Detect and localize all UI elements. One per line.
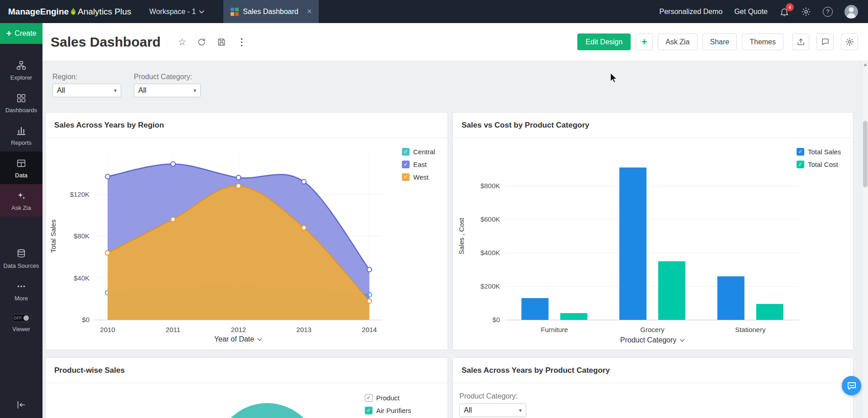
checkbox-checked-icon: ✓ <box>402 161 410 168</box>
gear-icon <box>801 7 811 17</box>
vertical-scrollbar[interactable] <box>862 61 868 418</box>
svg-text:Grocery: Grocery <box>640 326 665 333</box>
legend-item-east[interactable]: ✓ East <box>402 161 435 168</box>
legend-item-total-cost[interactable]: ✓ Total Cost <box>797 161 841 168</box>
card-title: Sales Across Years by Region <box>46 113 448 138</box>
sidebar-label: Data <box>15 172 27 179</box>
sidebar-item-dashboards[interactable]: Dashboards <box>0 86 42 119</box>
toggle-knob-icon <box>24 315 29 321</box>
topbar-right: Personalized Demo Get Quote 4 ? <box>660 5 868 19</box>
sidebar-item-reports[interactable]: Reports <box>0 119 42 152</box>
plus-icon: + <box>6 28 12 39</box>
sidebar-item-explorer[interactable]: Explorer <box>0 54 42 86</box>
notification-badge: 4 <box>786 3 794 11</box>
favorite-star-icon[interactable]: ☆ <box>178 37 186 48</box>
tab-sales-dashboard[interactable]: Sales Dashboard × <box>223 0 319 23</box>
dashboard-settings-button[interactable] <box>841 33 858 50</box>
title-toolbar: ☆ ⋮ <box>178 37 246 48</box>
header-icon-buttons <box>792 33 858 50</box>
legend-label: Central <box>413 148 435 156</box>
scrollbar-thumb[interactable] <box>863 121 868 187</box>
scroll-up-arrow-icon[interactable] <box>863 63 867 66</box>
legend-label: Air Purifiers <box>376 407 411 414</box>
legend-item-air-purifiers[interactable]: ✓ Air Purifiers <box>365 407 411 414</box>
zia-sparkle-icon <box>16 191 26 201</box>
add-widget-button[interactable]: + <box>636 33 653 50</box>
comments-button[interactable] <box>816 33 834 50</box>
svg-text:$800K: $800K <box>481 182 500 190</box>
checkbox-checked-icon: ✓ <box>402 148 410 156</box>
chart-legend: ✓ Total Sales ✓ Total Cost <box>797 148 841 168</box>
svg-text:2013: 2013 <box>297 326 311 333</box>
main-area: Sales Dashboard ☆ ⋮ Edit Design + Ask Zi… <box>42 23 868 418</box>
edit-design-button[interactable]: Edit Design <box>577 33 631 50</box>
share-button[interactable]: Share <box>703 33 737 50</box>
svg-text:Total Sales: Total Sales <box>49 219 57 252</box>
ask-zia-button[interactable]: Ask Zia <box>658 33 697 50</box>
question-icon: ? <box>826 8 829 15</box>
user-avatar[interactable] <box>844 5 858 19</box>
kebab-menu-icon[interactable]: ⋮ <box>237 37 246 48</box>
dashboard-grid-icon <box>231 8 239 16</box>
toggle-off-label: OFF <box>14 316 22 320</box>
x-axis-dropdown-product-category[interactable]: Product Category <box>620 336 685 344</box>
save-icon[interactable] <box>217 38 226 47</box>
sidebar-item-data[interactable]: Data <box>0 152 42 184</box>
legend-label: Total Sales <box>808 148 841 156</box>
legend-item-central[interactable]: ✓ Central <box>402 148 435 156</box>
card-category-filter-label: Product Category: <box>459 392 518 400</box>
sidebar-item-more[interactable]: More <box>0 275 42 307</box>
brand-logo[interactable]: ManageEngine Analytics Plus <box>0 7 137 17</box>
card-title: Product-wise Sales <box>46 358 448 383</box>
svg-text:$400K: $400K <box>481 249 500 256</box>
close-icon[interactable]: × <box>307 7 312 16</box>
dashboards-icon <box>16 93 26 103</box>
create-button[interactable]: + Create <box>0 23 42 44</box>
dropdown-value: All <box>57 86 65 95</box>
chat-fab-button[interactable] <box>842 376 861 395</box>
viewer-toggle[interactable]: OFF <box>12 314 31 322</box>
x-axis-label: Year of Date <box>214 335 254 343</box>
chart-legend: ✓ Central ✓ East ✓ West <box>402 148 435 181</box>
legend-item-total-sales[interactable]: ✓ Total Sales <box>797 148 841 156</box>
dropdown-value: All <box>464 406 472 414</box>
category-filter-dropdown[interactable]: All ▾ <box>134 84 201 97</box>
sidebar-label: Ask Zia <box>11 204 31 211</box>
help-button[interactable]: ? <box>823 7 833 17</box>
page-title: Sales Dashboard <box>51 34 160 50</box>
region-filter-dropdown[interactable]: All ▾ <box>52 84 121 97</box>
legend-item-product[interactable]: ✓ Product <box>365 394 411 402</box>
card-category-filter-dropdown[interactable]: All ▾ <box>459 404 526 417</box>
sidebar-label: Reports <box>11 139 32 146</box>
header-actions: Edit Design + Ask Zia Share Themes <box>577 33 858 50</box>
workspace-selector[interactable]: Workspace - 1 <box>149 8 204 16</box>
sidebar: + Create Explorer Dashboards Reports Dat… <box>0 23 42 418</box>
legend-label: East <box>413 161 427 168</box>
x-axis-dropdown-year-of-date[interactable]: Year of Date <box>214 335 262 343</box>
refresh-icon[interactable] <box>197 38 206 47</box>
personalized-demo-link[interactable]: Personalized Demo <box>660 8 723 16</box>
caret-down-icon: ▾ <box>519 407 522 413</box>
notifications-button[interactable]: 4 <box>779 7 789 17</box>
card-sales-across-years-by-region: Sales Across Years by Region $0$40K$80K$… <box>45 112 448 350</box>
themes-button[interactable]: Themes <box>742 33 783 50</box>
gear-icon <box>845 38 854 46</box>
checkbox-checked-icon: ✓ <box>402 173 410 181</box>
chevron-down-icon <box>257 338 262 341</box>
card-sales-vs-cost-by-product-category: Sales vs Cost by Product Category $0$200… <box>453 112 854 350</box>
legend-item-west[interactable]: ✓ West <box>402 173 435 181</box>
sidebar-collapse-button[interactable] <box>0 393 42 418</box>
svg-text:2014: 2014 <box>362 326 377 333</box>
sidebar-item-viewer[interactable]: OFF Viewer <box>0 307 42 338</box>
settings-button-top[interactable] <box>801 7 811 17</box>
svg-text:2010: 2010 <box>100 326 115 333</box>
get-quote-link[interactable]: Get Quote <box>734 8 768 16</box>
reports-icon <box>16 126 26 136</box>
sidebar-item-ask-zia[interactable]: Ask Zia <box>0 184 42 217</box>
collapse-arrow-icon <box>16 400 26 410</box>
explorer-icon <box>16 61 26 71</box>
sidebar-item-data-sources[interactable]: Data Sources <box>0 242 42 275</box>
svg-text:$40K: $40K <box>74 274 90 282</box>
chat-bubble-icon <box>846 380 857 391</box>
export-button[interactable] <box>792 33 809 50</box>
